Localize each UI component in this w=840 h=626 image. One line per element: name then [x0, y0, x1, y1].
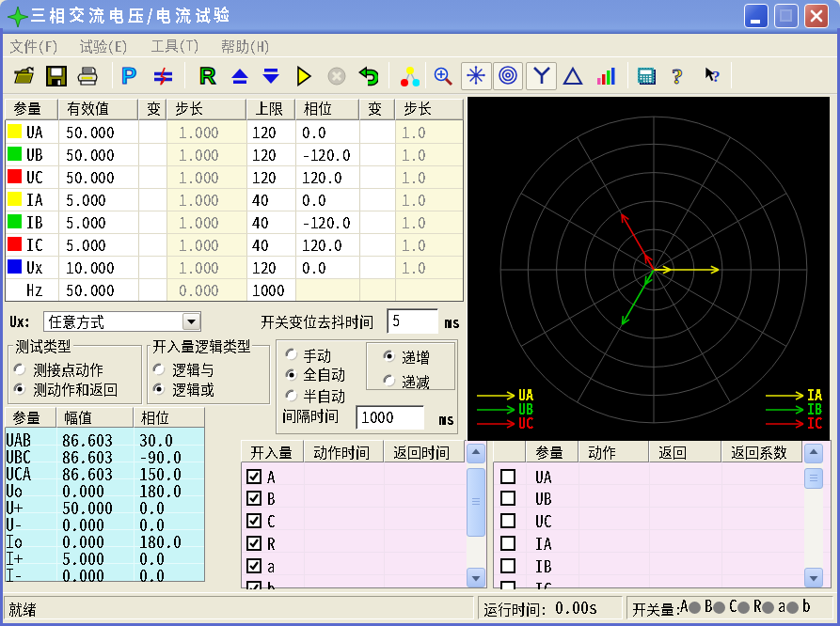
svg-text:P: P: [121, 66, 136, 86]
svg-text:?: ?: [672, 66, 683, 86]
svg-text:R: R: [199, 66, 215, 86]
svg-text:?: ?: [712, 68, 721, 86]
